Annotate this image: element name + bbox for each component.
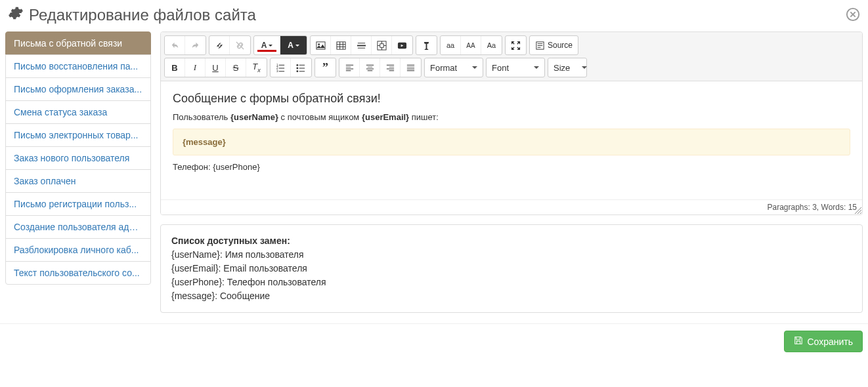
sidebar-item-adminuser[interactable]: Создание пользователя адм... (5, 215, 151, 239)
sidebar-item-register[interactable]: Письмо регистрации польз... (5, 192, 151, 216)
source-label: Source (548, 41, 573, 50)
word-count: Paragraphs: 3, Words: 15 (767, 203, 857, 212)
unlink-button[interactable] (230, 36, 250, 54)
ul-button[interactable] (291, 58, 311, 77)
sidebar-item-unlock[interactable]: Разблокировка личного каб... (5, 238, 151, 262)
replacement-item: {userEmail}: Email пользователя (171, 262, 852, 275)
ol-button[interactable]: 123 (271, 58, 291, 77)
youtube-button[interactable] (392, 36, 412, 54)
sidebar: Письма с обратной связи Письмо восстанов… (5, 31, 151, 313)
replacement-item: {message}: Сообщение (171, 289, 852, 303)
align-justify-button[interactable] (401, 58, 421, 77)
align-center-button[interactable] (360, 58, 380, 77)
blockquote-button[interactable]: ” (315, 58, 336, 77)
content-heading: Сообщение с формы обратной связи! (173, 92, 850, 106)
editor-content[interactable]: Сообщение с формы обратной связи! Пользо… (161, 81, 862, 199)
align-left-button[interactable] (339, 58, 360, 77)
editor: A A aa AA (160, 31, 863, 215)
underline-button[interactable]: U (206, 58, 226, 77)
page-title-wrap: Редактирование файлов сайта (8, 5, 256, 25)
main-area: A A aa AA (160, 31, 863, 313)
svg-rect-3 (336, 41, 345, 49)
clear-format-button[interactable]: Tx (246, 58, 267, 77)
strike-button[interactable]: S (226, 58, 246, 77)
link-button[interactable] (209, 36, 230, 54)
redo-button[interactable] (185, 36, 206, 54)
undo-button[interactable] (165, 36, 185, 54)
svg-rect-4 (357, 45, 365, 46)
svg-point-12 (296, 67, 298, 69)
maximize-button[interactable] (506, 36, 526, 54)
table-button[interactable] (331, 36, 351, 54)
sidebar-item-newuser[interactable]: Заказ нового пользователя (5, 146, 151, 170)
content-phone: Телефон: {userPhone} (173, 162, 850, 172)
sidebar-item-custom[interactable]: Текст пользовательского со... (5, 261, 151, 285)
replacements-panel: Список доступных замен: {userName}: Имя … (160, 224, 863, 313)
page-header: Редактирование файлов сайта (0, 0, 868, 31)
content-line1: Пользователь {userName} с почтовым ящико… (173, 112, 850, 122)
content-message-box: {message} (173, 129, 850, 155)
chevron-down-icon (534, 66, 539, 69)
resize-handle[interactable] (854, 207, 862, 214)
italic-button[interactable]: I (185, 58, 206, 77)
svg-point-11 (296, 64, 298, 66)
bg-color-button[interactable]: A (280, 36, 307, 54)
source-button[interactable]: Source (530, 36, 578, 54)
hr-button[interactable] (351, 36, 372, 54)
sidebar-item-feedback[interactable]: Письма с обратной связи (5, 31, 151, 55)
bold-button[interactable]: B (165, 58, 185, 77)
text-color-button[interactable]: A (254, 36, 280, 54)
toolbar: A A aa AA (161, 32, 862, 81)
sidebar-item-order[interactable]: Письмо оформления заказа... (5, 77, 151, 101)
svg-text:3: 3 (276, 70, 278, 73)
save-button[interactable]: Сохранить (784, 331, 863, 352)
gears-icon (8, 5, 24, 25)
svg-rect-1 (316, 41, 324, 49)
save-label: Сохранить (807, 336, 853, 347)
sidebar-item-egoods[interactable]: Письмо электронных товар... (5, 123, 151, 147)
replacement-item: {userName}: Имя пользователя (171, 248, 852, 262)
lowercase-button[interactable]: aa (441, 36, 461, 54)
format-dropdown[interactable]: Format (424, 58, 483, 77)
align-right-button[interactable] (380, 58, 401, 77)
replacement-item: {userPhone}: Телефон пользователя (171, 275, 852, 289)
svg-point-13 (296, 70, 298, 72)
page-title: Редактирование файлов сайта (29, 6, 256, 24)
save-icon (794, 336, 803, 347)
footer: Сохранить (0, 323, 868, 359)
size-dropdown[interactable]: Size (548, 58, 587, 77)
capitalize-button[interactable]: Aa (481, 36, 502, 54)
sidebar-item-password[interactable]: Письмо восстановления па... (5, 54, 151, 78)
chevron-down-icon (582, 66, 587, 69)
sidebar-item-paid[interactable]: Заказ оплачен (5, 169, 151, 193)
anchor-button[interactable] (416, 36, 437, 54)
uppercase-button[interactable]: AA (461, 36, 481, 54)
chevron-down-icon (472, 66, 477, 69)
image-button[interactable] (311, 36, 331, 54)
font-dropdown[interactable]: Font (486, 58, 545, 77)
iframe-button[interactable] (372, 36, 392, 54)
status-bar: Paragraphs: 3, Words: 15 (161, 199, 862, 214)
close-button[interactable] (846, 7, 860, 24)
sidebar-item-status[interactable]: Смена статуса заказа (5, 100, 151, 124)
replacements-title: Список доступных замен: (171, 234, 852, 248)
svg-point-2 (318, 43, 320, 45)
